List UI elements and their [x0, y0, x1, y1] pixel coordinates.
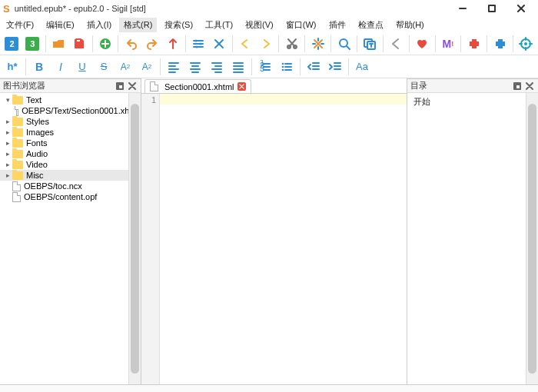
editor-panel: Section0001.xhtml 1	[141, 78, 407, 384]
folder-icon	[12, 150, 23, 158]
plugin3-icon[interactable]	[516, 34, 536, 54]
cut-icon[interactable]	[282, 34, 301, 54]
folder-video[interactable]: ▸Video	[0, 159, 141, 170]
tree-label: Video	[26, 160, 48, 169]
toc-tree[interactable]: 开始	[407, 93, 538, 384]
line-gutter: 1	[141, 94, 160, 384]
menu-检查点[interactable]: 检查点	[354, 18, 388, 32]
list-unordered-icon[interactable]	[277, 57, 297, 77]
folder-text[interactable]: ▾Text	[0, 95, 141, 105]
epub2-badge[interactable]: 2	[2, 34, 22, 54]
folder-audio[interactable]: ▸Audio	[0, 148, 141, 159]
panel-float-icon[interactable]	[512, 81, 523, 91]
tree-label: Misc	[26, 171, 44, 180]
toc-panel: 目录 开始	[407, 78, 538, 384]
plugin2-icon[interactable]	[490, 34, 510, 54]
app-logo: S	[3, 3, 10, 15]
folder-misc[interactable]: ▸Misc	[0, 170, 141, 181]
svg-point-7	[200, 42, 202, 45]
split-up-icon[interactable]	[163, 34, 182, 54]
tree-label: OEBPS/content.opf	[24, 192, 97, 201]
menu-插入[interactable]: 插入(I)	[82, 18, 116, 32]
scrollbar-vertical[interactable]	[526, 93, 538, 384]
editor-content[interactable]	[160, 94, 407, 384]
settings-icon[interactable]	[189, 34, 208, 54]
menu-工具[interactable]: 工具(T)	[201, 18, 237, 32]
tab-label: Section0001.xhtml	[164, 82, 234, 91]
arrow-left-icon[interactable]	[387, 34, 406, 54]
merge-icon[interactable]	[210, 34, 229, 54]
file-item[interactable]: OEBPS/Text/Section0001.xhtml	[0, 105, 141, 116]
svg-point-21	[282, 68, 284, 71]
panel-float-icon[interactable]	[115, 81, 125, 91]
open-icon[interactable]	[49, 34, 68, 54]
scrollbar-vertical[interactable]	[128, 93, 141, 384]
folder-images[interactable]: ▸Images	[0, 127, 141, 138]
svg-point-15	[524, 42, 527, 45]
file-tree[interactable]: ▾TextOEBPS/Text/Section0001.xhtml▸Styles…	[0, 93, 141, 384]
add-icon[interactable]	[95, 34, 115, 54]
menu-视图[interactable]: 视图(V)	[241, 18, 278, 32]
undo-icon[interactable]	[121, 34, 141, 54]
search-icon[interactable]	[334, 34, 354, 54]
heart-icon[interactable]	[413, 34, 432, 54]
folder-icon	[12, 171, 23, 180]
italic-icon[interactable]: I	[51, 57, 71, 77]
menu-搜索[interactable]: 搜索(S)	[160, 18, 198, 32]
case-icon[interactable]: Aa	[352, 57, 372, 77]
splitter[interactable]	[0, 384, 538, 392]
indent-icon[interactable]	[325, 57, 345, 77]
plugin1-icon[interactable]	[464, 34, 483, 54]
cleanup-icon[interactable]	[308, 34, 327, 54]
translate-icon[interactable]	[360, 34, 380, 54]
svg-point-8	[196, 45, 198, 48]
tree-label: Images	[26, 128, 54, 137]
folder-fonts[interactable]: ▸Fonts	[0, 138, 141, 148]
file-item[interactable]: OEBPS/toc.ncx	[0, 181, 141, 191]
menu-文件[interactable]: 文件(F)	[2, 18, 38, 32]
editor-tab[interactable]: Section0001.xhtml	[144, 79, 251, 93]
code-editor[interactable]: 1	[141, 94, 407, 384]
m-icon[interactable]: M!	[438, 34, 457, 54]
bold-icon[interactable]: B	[29, 57, 49, 77]
outdent-icon[interactable]	[304, 57, 324, 77]
tree-label: Audio	[26, 149, 48, 158]
menu-格式[interactable]: 格式(R)	[119, 18, 157, 32]
strike-icon[interactable]: S	[94, 57, 114, 77]
align-right-icon[interactable]	[207, 57, 227, 77]
redo-icon[interactable]	[142, 34, 161, 54]
maximize-button[interactable]	[478, 1, 506, 16]
titlebar: S untitled.epub* - epub2.0 - Sigil [std]	[0, 0, 538, 17]
back-icon[interactable]	[236, 34, 255, 54]
menu-编辑[interactable]: 编辑(E)	[42, 18, 79, 32]
forward-icon[interactable]	[257, 34, 276, 54]
folder-styles[interactable]: ▸Styles	[0, 116, 141, 127]
align-center-icon[interactable]	[185, 57, 205, 77]
superscript-icon[interactable]: A2	[137, 57, 157, 77]
menu-插件[interactable]: 插件	[324, 18, 350, 32]
toolbar-row-1: 2 3 M!	[0, 32, 538, 55]
align-justify-icon[interactable]	[228, 57, 248, 77]
list-ordered-icon[interactable]: 123	[255, 57, 275, 77]
save-icon[interactable]	[70, 34, 89, 54]
tree-label: OEBPS/toc.ncx	[24, 181, 82, 191]
close-button[interactable]	[507, 1, 535, 16]
minimize-button[interactable]	[449, 1, 477, 16]
file-icon	[16, 106, 18, 116]
menu-窗口[interactable]: 窗口(W)	[281, 18, 321, 32]
subscript-icon[interactable]: A2	[115, 57, 135, 77]
svg-rect-1	[489, 5, 495, 12]
heading-star[interactable]: h*	[2, 57, 22, 77]
menu-帮助[interactable]: 帮助(H)	[391, 18, 429, 32]
panel-close-icon[interactable]	[127, 81, 138, 91]
window-title: untitled.epub* - epub2.0 - Sigil [std]	[15, 4, 449, 13]
folder-icon	[12, 139, 23, 148]
tab-close-icon[interactable]	[237, 82, 246, 91]
underline-icon[interactable]: U	[72, 57, 92, 77]
toc-item[interactable]: 开始	[413, 97, 430, 106]
svg-point-6	[195, 39, 198, 42]
file-item[interactable]: OEBPS/content.opf	[0, 191, 141, 202]
epub3-badge[interactable]: 3	[23, 34, 42, 54]
align-left-icon[interactable]	[164, 57, 184, 77]
panel-close-icon[interactable]	[524, 81, 535, 91]
